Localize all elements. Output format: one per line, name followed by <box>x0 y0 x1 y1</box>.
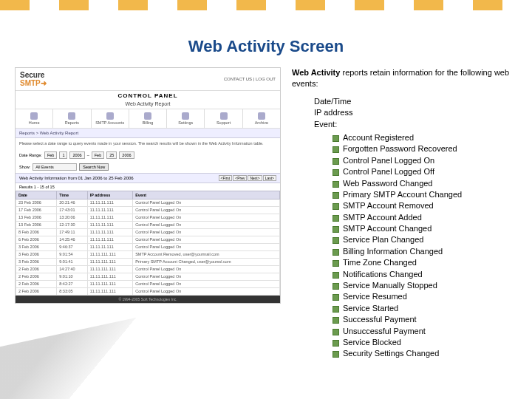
tab-smtp-accounts[interactable]: SMTP Accounts <box>92 109 129 128</box>
table-row: 13 Feb 200612:17:3011.11.11.111Control P… <box>16 221 280 228</box>
table-row: 6 Feb 200614:25:4611.11.11.111Control Pa… <box>16 236 280 243</box>
cp-title: CONTROL PANEL <box>16 91 280 100</box>
col-header: IP address <box>87 191 133 199</box>
event-item: Service Started <box>332 303 517 314</box>
panel-footer: © 1994-2005 Soft Technologies Inc. <box>16 296 280 303</box>
table-row: 3 Feb 20069:01:4111.11.111.111Primary SM… <box>16 258 280 265</box>
event-item: Account Registered <box>332 132 517 143</box>
event-item: Successful Payment <box>332 314 517 325</box>
filter-row: Date Range: Feb 1 2006 – Feb 25 2006 <box>16 149 280 161</box>
col-header: Event <box>133 191 280 199</box>
table-row: 2 Feb 20068:33:0511.11.111.111Control Pa… <box>16 287 280 295</box>
tab-support[interactable]: Support <box>205 109 242 128</box>
event-item: Service Plan Changed <box>332 234 517 245</box>
to-month[interactable]: Feb <box>92 151 104 159</box>
pager-btn[interactable]: Next> <box>248 175 262 181</box>
table-row: 17 Feb 200617:43:0111.11.11.111Control P… <box>16 206 280 214</box>
pager-btn[interactable]: <Prev <box>233 175 247 181</box>
event-item: SMTP Account Added <box>332 212 517 223</box>
control-panel-screenshot: Secure SMTP➜ CONTACT US | LOG OUT CONTRO… <box>15 67 281 304</box>
event-list: Account RegisteredForgotten Password Rec… <box>292 132 517 360</box>
activity-table: DateTimeIP addressEvent 23 Feb 200620:21… <box>16 191 280 296</box>
page-title: Web Activity Screen <box>0 37 532 56</box>
event-item: Unsuccessful Payment <box>332 326 517 337</box>
table-row: 13 Feb 200613:20:0611.11.11.111Control P… <box>16 214 280 221</box>
from-month[interactable]: Feb <box>44 151 57 159</box>
event-item: SMTP Account Changed <box>332 223 517 234</box>
event-item: Service Resumed <box>332 291 517 302</box>
field-item: Date/Time <box>314 96 517 107</box>
pager-btn[interactable]: Last> <box>263 175 276 181</box>
field-item: IP address <box>314 107 517 118</box>
table-row: 2 Feb 200614:27:4011.11.111.111Control P… <box>16 265 280 273</box>
col-header: Time <box>57 191 87 199</box>
cp-subtitle: Web Activity Report <box>16 100 280 109</box>
top-stripes <box>0 0 532 10</box>
event-item: Control Panel Logged Off <box>332 166 517 177</box>
info-heading: Web Activity Information from 01 Jan 200… <box>19 176 134 180</box>
pager-btn[interactable]: <First <box>219 175 233 181</box>
event-item: Time Zone Changed <box>332 257 517 268</box>
event-item: Service Manually Stopped <box>332 280 517 291</box>
from-year[interactable]: 2006 <box>69 151 84 159</box>
nav-tabs: HomeReportsSMTP AccountsBillingSettingsS… <box>16 109 280 129</box>
event-item: Notifications Changed <box>332 269 517 280</box>
col-header: Date <box>16 191 57 199</box>
filter-row-2: Show: All Events Search Now <box>16 161 280 173</box>
breadcrumb: Reports > Web Activity Report <box>16 129 280 138</box>
header-links: CONTACT US | LOG OUT <box>224 77 276 81</box>
field-item: Event: <box>314 119 517 130</box>
instruction-text: Please select a date range to query even… <box>16 138 280 149</box>
tab-billing[interactable]: Billing <box>129 109 167 128</box>
table-row: 3 Feb 20069:46:3711.11.11.111Control Pan… <box>16 243 280 250</box>
event-item: Primary SMTP Account Changed <box>332 189 517 200</box>
from-day[interactable]: 1 <box>59 151 67 159</box>
table-row: 8 Feb 200617:49:1111.11.11.111Control Pa… <box>16 228 280 236</box>
event-item: Billing Information Changed <box>332 246 517 257</box>
pager: <First<PrevNext>Last> <box>218 176 276 180</box>
search-button[interactable]: Search Now <box>79 163 109 171</box>
event-item: Control Panel Logged On <box>332 155 517 166</box>
event-item: Web Password Changed <box>332 178 517 189</box>
tab-settings[interactable]: Settings <box>167 109 205 128</box>
show-select[interactable]: All Events <box>33 163 77 171</box>
event-item: Service Blocked <box>332 337 517 348</box>
table-row: 2 Feb 20068:42:2711.11.111.111Control Pa… <box>16 280 280 287</box>
to-year[interactable]: 2006 <box>119 151 134 159</box>
intro-text: Web Activity reports retain information … <box>292 67 517 90</box>
to-day[interactable]: 25 <box>106 151 117 159</box>
event-item: SMTP Account Removed <box>332 200 517 211</box>
tab-home[interactable]: Home <box>16 109 53 128</box>
tab-archive[interactable]: Archive <box>243 109 280 128</box>
logo: Secure SMTP➜ <box>20 71 47 87</box>
event-item: Security Settings Changed <box>332 348 517 359</box>
tab-reports[interactable]: Reports <box>53 109 91 128</box>
field-list: Date/TimeIP addressEvent: <box>292 96 517 130</box>
table-row: 2 Feb 20069:01:1011.11.111.111Control Pa… <box>16 273 280 280</box>
table-row: 23 Feb 200620:21:4611.11.11.111Control P… <box>16 199 280 206</box>
event-item: Forgotten Password Recovered <box>332 143 517 154</box>
table-row: 3 Feb 20069:01:5411.11.111.111SMTP Accou… <box>16 250 280 258</box>
results-count: Results 1 - 15 of 15 <box>16 183 280 191</box>
